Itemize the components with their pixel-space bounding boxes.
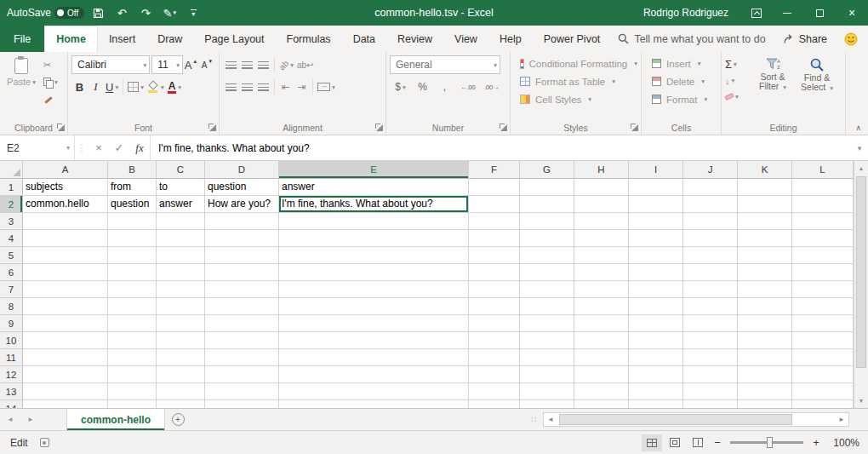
row-header-10[interactable]: 10 — [0, 332, 23, 349]
cell-F11[interactable] — [469, 349, 520, 366]
cell-B6[interactable] — [108, 264, 157, 281]
cell-H12[interactable] — [574, 366, 629, 383]
cell-L4[interactable] — [792, 230, 854, 247]
page-layout-view-button[interactable] — [665, 434, 685, 451]
accounting-format-button[interactable]: $▾ — [392, 78, 408, 96]
cell-B3[interactable] — [108, 213, 157, 230]
tab-view[interactable]: View — [443, 26, 488, 52]
cell-I9[interactable] — [629, 315, 683, 332]
cell-D5[interactable] — [205, 247, 279, 264]
cell-G14[interactable] — [520, 400, 574, 408]
cell-H4[interactable] — [574, 230, 629, 247]
cell-G2[interactable] — [520, 196, 574, 213]
cell-G5[interactable] — [520, 247, 574, 264]
underline-button[interactable]: U▾ — [104, 78, 120, 96]
cell-B12[interactable] — [108, 366, 157, 383]
cell-H8[interactable] — [574, 298, 629, 315]
cell-C1[interactable]: to — [157, 179, 205, 196]
feedback-button[interactable] — [844, 32, 858, 46]
scroll-down-button[interactable]: ▾ — [854, 394, 868, 408]
cell-J12[interactable] — [683, 366, 738, 383]
expand-formula-bar-button[interactable]: ▾ — [851, 135, 868, 160]
save-button[interactable] — [88, 0, 108, 26]
clipboard-dialog-launcher[interactable] — [57, 124, 65, 131]
cell-E1[interactable]: answer — [279, 179, 469, 196]
cell-H9[interactable] — [574, 315, 629, 332]
cell-F7[interactable] — [469, 281, 520, 298]
column-header-E[interactable]: E — [279, 161, 469, 179]
cell-C8[interactable] — [157, 298, 205, 315]
cell-C2[interactable]: answer — [157, 196, 205, 213]
cell-A6[interactable] — [23, 264, 108, 281]
fill-color-button[interactable]: ▾ — [146, 78, 166, 96]
cell-D8[interactable] — [205, 298, 279, 315]
column-header-G[interactable]: G — [520, 161, 574, 179]
number-format-select[interactable]: General▾ — [390, 55, 500, 74]
cell-H13[interactable] — [574, 383, 629, 400]
cell-K4[interactable] — [738, 230, 792, 247]
tab-power-pivot[interactable]: Power Pivot — [533, 26, 612, 52]
next-sheet-button[interactable]: ► — [20, 409, 41, 430]
column-header-L[interactable]: L — [792, 161, 854, 179]
cell-C9[interactable] — [157, 315, 205, 332]
cell-A8[interactable] — [23, 298, 108, 315]
cell-K14[interactable] — [738, 400, 792, 408]
cell-B8[interactable] — [108, 298, 157, 315]
row-header-12[interactable]: 12 — [0, 366, 23, 383]
align-center-button[interactable] — [239, 78, 255, 96]
normal-view-button[interactable] — [642, 434, 662, 451]
cell-B2[interactable]: question — [108, 196, 157, 213]
cell-A5[interactable] — [23, 247, 108, 264]
redo-button[interactable]: ↷ — [135, 0, 156, 26]
cell-C4[interactable] — [157, 230, 205, 247]
cell-D7[interactable] — [205, 281, 279, 298]
cell-L13[interactable] — [792, 383, 854, 400]
cell-D11[interactable] — [205, 349, 279, 366]
cell-A2[interactable]: common.hello — [23, 196, 108, 213]
delete-cells-button[interactable]: Delete▾ — [645, 72, 717, 90]
cell-C14[interactable] — [157, 400, 205, 408]
column-header-K[interactable]: K — [738, 161, 792, 179]
find-select-button[interactable]: Find & Select ▾ — [795, 55, 839, 120]
format-cells-button[interactable]: Format▾ — [645, 90, 717, 108]
alignment-dialog-launcher[interactable] — [375, 124, 383, 131]
cell-E2[interactable]: I'm fine, thanks. What about you? — [279, 196, 469, 213]
cell-D12[interactable] — [205, 366, 279, 383]
row-header-5[interactable]: 5 — [0, 247, 23, 264]
row-header-11[interactable]: 11 — [0, 349, 23, 366]
cell-C7[interactable] — [157, 281, 205, 298]
vertical-scroll-track[interactable] — [854, 175, 868, 394]
column-header-A[interactable]: A — [23, 161, 108, 179]
cell-A3[interactable] — [23, 213, 108, 230]
number-dialog-launcher[interactable] — [500, 124, 507, 131]
row-header-6[interactable]: 6 — [0, 264, 23, 281]
vertical-scrollbar[interactable]: ▴ ▾ — [854, 161, 868, 408]
row-header-13[interactable]: 13 — [0, 383, 23, 400]
cell-G10[interactable] — [520, 332, 574, 349]
cell-F14[interactable] — [469, 400, 520, 408]
cell-K11[interactable] — [738, 349, 792, 366]
cell-B9[interactable] — [108, 315, 157, 332]
orientation-button[interactable]: ab▾ — [277, 55, 295, 74]
merge-center-button[interactable]: ▾ — [316, 78, 337, 96]
cell-D6[interactable] — [205, 264, 279, 281]
cell-H1[interactable] — [574, 179, 629, 196]
cell-D2[interactable]: How are you? — [205, 196, 279, 213]
cell-J9[interactable] — [683, 315, 738, 332]
cell-J10[interactable] — [683, 332, 738, 349]
cell-A1[interactable]: subjects — [23, 179, 108, 196]
minimize-button[interactable] — [771, 0, 803, 26]
cell-I10[interactable] — [629, 332, 683, 349]
cell-L1[interactable] — [792, 179, 854, 196]
cell-A14[interactable] — [23, 400, 108, 408]
cell-B14[interactable] — [108, 400, 157, 408]
insert-function-button[interactable]: fx — [129, 135, 150, 160]
paste-button[interactable]: Paste▾ — [3, 55, 39, 120]
horizontal-scrollbar[interactable]: ◄ ► — [543, 412, 849, 427]
cell-J7[interactable] — [683, 281, 738, 298]
cut-button[interactable]: ✂ — [43, 59, 58, 72]
cell-A11[interactable] — [23, 349, 108, 366]
cell-C6[interactable] — [157, 264, 205, 281]
cell-B7[interactable] — [108, 281, 157, 298]
cell-K5[interactable] — [738, 247, 792, 264]
